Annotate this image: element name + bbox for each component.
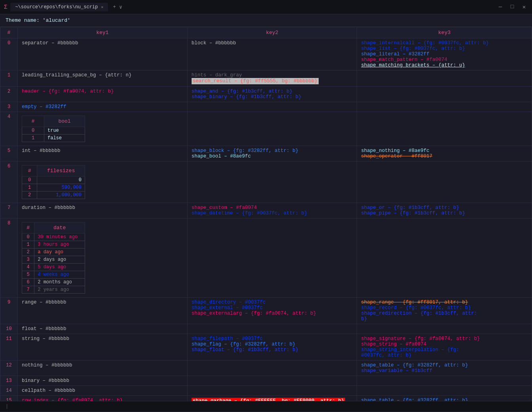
table-row: 10 float – #bbbbbb — [0, 324, 532, 334]
close-button[interactable]: ✕ — [520, 4, 528, 10]
mini-table-row: 6 2 months ago — [22, 279, 85, 286]
table-row: 3 empty – #3282ff — [0, 102, 532, 112]
row-key3: shape_internalcall – {fg: #0037fc, attr:… — [357, 38, 532, 70]
row-key2 — [187, 376, 357, 386]
tab-close-icon[interactable]: ✕ — [101, 5, 103, 9]
row-key3 — [357, 87, 532, 102]
row-num: 4 — [0, 112, 18, 146]
row-key3: shape_table – {fg: #3282ff, attr: b} sha… — [357, 396, 532, 401]
row-key2: shape_block – {fg: #3282ff, attr: b} sha… — [187, 146, 357, 161]
col-header-key2: key2 — [187, 27, 357, 38]
table-row: 9 range – #bbbbbb shape_directory – #003… — [0, 298, 532, 324]
mini-table-row: 1 500,000 — [22, 184, 85, 192]
row-key2 — [187, 102, 357, 112]
filesizes-mini-table: # filesizes 0 0 1 500,000 — [22, 165, 85, 199]
mini-table-row: 7 2 years ago — [22, 286, 85, 294]
table-row: 0 separator – #bbbbbb block – #bbbbbb sh… — [0, 38, 532, 70]
table-row: 8 # date 0 30 minutes ago — [0, 218, 532, 298]
row-key1: duration – #bbbbbb — [18, 203, 188, 218]
row-key1: # filesizes 0 0 1 500,000 — [18, 161, 188, 203]
row-num: 0 — [0, 38, 18, 70]
row-key3 — [357, 70, 532, 87]
row-key2: hints – dark_gray search_result – {fg: #… — [187, 70, 357, 87]
row-key2: shape_and – {fg: #1b3cff, attr: b} shape… — [187, 87, 357, 102]
row-key3: shape_signature – {fg: #fa0074, attr: b}… — [357, 334, 532, 361]
table-row: 12 nothing – #bbbbbb shape_table – {fg: … — [0, 361, 532, 376]
row-key1: header – {fg: #fa0074, attr: b} — [18, 87, 188, 102]
row-key3: shape_table – {fg: #3282ff, attr: b} sha… — [357, 361, 532, 376]
table-row: 11 string – #bbbbbb shape_filepath – #00… — [0, 334, 532, 361]
row-num: 9 — [0, 298, 18, 324]
mini-table-row: 1 3 hours ago — [22, 241, 85, 249]
row-num: 10 — [0, 324, 18, 334]
terminal-icon: Σ — [4, 4, 7, 10]
row-key2: shape_custom – #fa0074 shape_datetime – … — [187, 203, 357, 218]
mini-col-num: # — [22, 222, 34, 234]
row-num: 1 — [0, 70, 18, 87]
mini-col-val: date — [34, 222, 85, 234]
row-key2 — [187, 112, 357, 146]
table-row: 14 cellpath – #bbbbbb — [0, 386, 532, 396]
main-content: # key1 key2 key3 0 separator – #bbbbbb b… — [0, 27, 532, 401]
col-header-key3: key3 — [357, 27, 532, 38]
row-num: 15 — [0, 396, 18, 401]
minimize-button[interactable]: — — [496, 4, 504, 10]
col-header-key1: key1 — [18, 27, 188, 38]
row-key1: row_index – {fg: #fa0074, attr: b} — [18, 396, 188, 401]
row-key2: block – #bbbbbb — [187, 38, 357, 70]
row-key1: # date 0 30 minutes ago 1 3 hours — [18, 218, 188, 298]
mini-table-row: 3 2 days ago — [22, 256, 85, 264]
row-key2: shape_garbage – {fg: #FFFFFF, bg: #FF000… — [187, 396, 357, 401]
row-key1: nothing – #bbbbbb — [18, 361, 188, 376]
mini-table-row: 5 4 weeks ago — [22, 271, 85, 279]
new-tab-button[interactable]: + — [113, 4, 116, 10]
table-row: 13 binary – #bbbbbb — [0, 376, 532, 386]
row-key3 — [357, 324, 532, 334]
mini-col-val: bool — [44, 116, 85, 127]
row-key2 — [187, 361, 357, 376]
mini-table-row: 0 true — [22, 127, 85, 135]
row-num: 5 — [0, 146, 18, 161]
mini-col-num: # — [22, 165, 37, 177]
row-num: 12 — [0, 361, 18, 376]
col-header-num: # — [0, 27, 18, 38]
table-row: 2 header – {fg: #fa0074, attr: b} shape_… — [0, 87, 532, 102]
table-row: 7 duration – #bbbbbb shape_custom – #fa0… — [0, 203, 532, 218]
data-table: # key1 key2 key3 0 separator – #bbbbbb b… — [0, 27, 532, 401]
row-num: 2 — [0, 87, 18, 102]
row-key1: string – #bbbbbb — [18, 334, 188, 361]
row-key2 — [187, 161, 357, 203]
status-bar: | — [0, 401, 532, 411]
window-controls: — □ ✕ — [496, 4, 528, 10]
mini-table-row: 0 30 minutes ago — [22, 234, 85, 241]
row-key2 — [187, 324, 357, 334]
table-row: 15 row_index – {fg: #fa0074, attr: b} sh… — [0, 396, 532, 401]
row-key1: cellpath – #bbbbbb — [18, 386, 188, 396]
row-key2: shape_filepath – #0037fc shape_flag – {f… — [187, 334, 357, 361]
row-num: 3 — [0, 102, 18, 112]
row-key1: float – #bbbbbb — [18, 324, 188, 334]
cursor-indicator: | — [6, 404, 8, 409]
mini-table-row: 4 5 days ago — [22, 264, 85, 271]
maximize-button[interactable]: □ — [508, 4, 516, 10]
row-num: 6 — [0, 161, 18, 203]
date-mini-table: # date 0 30 minutes ago 1 3 hours — [22, 222, 85, 294]
mini-table-row: 0 0 — [22, 177, 85, 184]
mini-col-val: filesizes — [37, 165, 85, 177]
row-key3: shape_range – {fg: #ff8017, attr: b} sha… — [357, 298, 532, 324]
tab-dropdown-icon[interactable]: ∨ — [119, 4, 122, 10]
mini-table-row: 2 1,000,000 — [22, 192, 85, 199]
row-key3 — [357, 376, 532, 386]
row-key3 — [357, 112, 532, 146]
mini-table-row: 2 a day ago — [22, 249, 85, 256]
row-num: 7 — [0, 203, 18, 218]
row-key2: shape_directory – #0037fc shape_external… — [187, 298, 357, 324]
row-num: 14 — [0, 386, 18, 396]
table-row: 4 # bool 0 true — [0, 112, 532, 146]
title-bar: Σ ~\source\repos\forks\nu_scrip ✕ + ∨ — … — [0, 0, 532, 14]
table-row: 6 # filesizes 0 0 — [0, 161, 532, 203]
bool-mini-table: # bool 0 true 1 false — [22, 116, 85, 142]
row-key2 — [187, 218, 357, 298]
row-num: 13 — [0, 376, 18, 386]
tab-main[interactable]: ~\source\repos\forks\nu_scrip ✕ — [10, 3, 108, 11]
